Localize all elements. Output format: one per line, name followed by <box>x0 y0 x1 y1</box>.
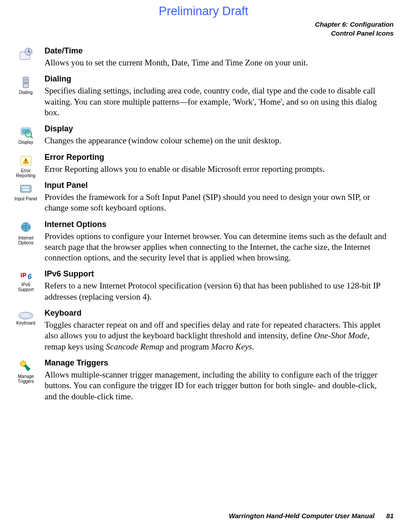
entry-date-time: Date/Time Allows you to set the current … <box>45 46 389 68</box>
svg-rect-8 <box>25 83 26 84</box>
entry-title: Error Reporting <box>45 153 389 162</box>
entry-title: IPv6 Support <box>45 269 389 279</box>
internet-options-icon: Internet Options <box>13 221 38 245</box>
entry-manage-triggers: Manage Triggers Manage Triggers Allows m… <box>45 358 389 402</box>
page-number: 81 <box>386 512 394 520</box>
icon-label: Keyboard <box>16 321 36 325</box>
page-header: Chapter 6: Configuration Control Panel I… <box>13 20 394 37</box>
entry-dialing: Dialing Dialing Specifies dialing settin… <box>45 74 389 118</box>
entry-keyboard: Keyboard Keyboard Toggles character repe… <box>45 309 389 352</box>
entry-body: Error Reporting allows you to enable or … <box>45 164 389 175</box>
svg-rect-27 <box>24 314 25 315</box>
svg-rect-25 <box>20 314 22 315</box>
footer-text: Warrington Hand-Held Computer User Manua… <box>229 512 374 520</box>
entry-body: Changes the appearance (window colour sc… <box>45 135 389 146</box>
svg-rect-6 <box>27 82 28 83</box>
svg-rect-19 <box>27 187 28 188</box>
entry-body: Allows you to set the current Month, Dat… <box>45 57 389 68</box>
entry-title: Internet Options <box>45 220 389 229</box>
entry-display: Display Display Changes the appearance (… <box>45 124 389 146</box>
entry-body: Refers to a new Internet Protocol specif… <box>45 280 389 302</box>
entry-ipv6-support: IP6 IPv6 Support IPv6 Support Refers to … <box>45 269 389 302</box>
svg-text:!: ! <box>25 159 26 164</box>
entry-error-reporting: ! Error Reporting Error Reporting Error … <box>45 153 389 175</box>
icon-label: Internet Options <box>18 236 33 245</box>
icon-label: Display <box>19 140 33 145</box>
svg-rect-17 <box>24 187 25 188</box>
entry-internet-options: Internet Options Internet Options Provid… <box>45 220 389 264</box>
svg-rect-15 <box>20 185 31 192</box>
icon-label: Error Reporting <box>16 168 35 178</box>
chapter-line: Chapter 6: Configuration <box>13 20 394 29</box>
entry-body: Allows multiple-scanner trigger manageme… <box>45 370 389 402</box>
ipv6-support-icon: IP6 IPv6 Support <box>13 270 38 292</box>
svg-text:6: 6 <box>28 273 32 280</box>
svg-rect-18 <box>25 187 27 188</box>
icon-label: Manage Triggers <box>18 374 34 384</box>
svg-text:IP: IP <box>20 272 26 279</box>
entry-input-panel: Input Panel Input Panel Provides the fra… <box>45 181 389 214</box>
icon-label: IPv6 Support <box>18 282 33 292</box>
input-panel-icon: Input Panel <box>13 182 38 201</box>
svg-rect-28 <box>26 314 27 315</box>
entry-body: Provides the framework for a Soft Input … <box>45 192 389 214</box>
entry-title: Keyboard <box>45 309 389 318</box>
entry-title: Input Panel <box>45 181 389 190</box>
section-line: Control Panel Icons <box>13 29 394 38</box>
entry-title: Display <box>45 124 389 134</box>
footer: Warrington Hand-Held Computer User Manua… <box>229 512 394 520</box>
svg-rect-7 <box>24 83 25 84</box>
content: Date/Time Allows you to set the current … <box>13 46 394 402</box>
svg-rect-29 <box>28 314 29 315</box>
entry-body: Provides options to configure your Inter… <box>45 231 389 264</box>
icon-label: Input Panel <box>15 196 37 201</box>
entry-body: Toggles character repeat on and off and … <box>45 320 389 352</box>
svg-rect-5 <box>25 82 26 83</box>
svg-rect-26 <box>22 314 24 315</box>
display-icon: Display <box>13 125 38 145</box>
svg-rect-3 <box>24 78 28 81</box>
icon-label: Dialing <box>19 90 33 95</box>
svg-rect-9 <box>27 83 28 84</box>
entry-title: Manage Triggers <box>45 358 389 368</box>
date-time-icon <box>13 47 38 62</box>
svg-rect-4 <box>24 82 25 83</box>
svg-rect-30 <box>22 316 29 317</box>
dialing-icon: Dialing <box>13 75 38 95</box>
error-reporting-icon: ! Error Reporting <box>13 154 38 178</box>
entry-body: Specifies dialing settings, including ar… <box>45 85 389 118</box>
svg-rect-20 <box>23 189 29 191</box>
preliminary-draft-heading: Preliminary Draft <box>13 4 394 18</box>
entry-title: Dialing <box>45 74 389 84</box>
manage-triggers-icon: Manage Triggers <box>13 359 38 384</box>
entry-title: Date/Time <box>45 46 389 56</box>
keyboard-icon: Keyboard <box>13 309 38 325</box>
svg-rect-16 <box>22 187 23 188</box>
